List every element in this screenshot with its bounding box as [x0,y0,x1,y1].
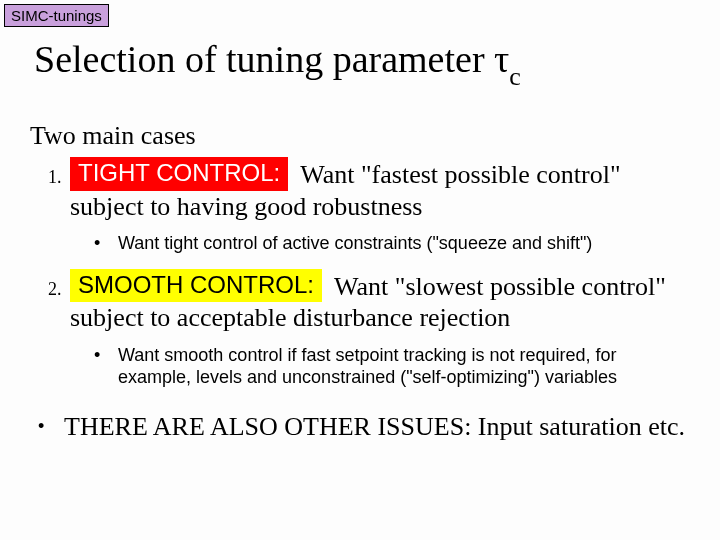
slide-title: Selection of tuning parameter τc [34,40,521,86]
list-item: SMOOTH CONTROL: Want "slowest possible c… [66,269,690,389]
bottom-item: THERE ARE ALSO OTHER ISSUES: Input satur… [64,411,690,442]
sub-list: Want tight control of active constraints… [70,232,690,255]
sub-item: Want smooth control if fast setpoint tra… [118,344,690,389]
slide-body: Two main cases TIGHT CONTROL: Want "fast… [30,120,690,442]
title-text: Selection of tuning parameter [34,38,485,80]
sub-list: Want smooth control if fast setpoint tra… [70,344,690,389]
slide: SIMC-tunings Selection of tuning paramet… [0,0,720,540]
intro-line: Two main cases [30,120,690,151]
sub-item: Want tight control of active constraints… [118,232,690,255]
bottom-list: THERE ARE ALSO OTHER ISSUES: Input satur… [30,411,690,442]
slide-tag: SIMC-tunings [4,4,109,27]
main-list: TIGHT CONTROL: Want "fastest possible co… [30,157,690,388]
pill-tight: TIGHT CONTROL: [70,157,288,191]
pill-smooth: SMOOTH CONTROL: [70,269,322,303]
list-item: TIGHT CONTROL: Want "fastest possible co… [66,157,690,254]
title-symbol: τc [494,38,521,80]
